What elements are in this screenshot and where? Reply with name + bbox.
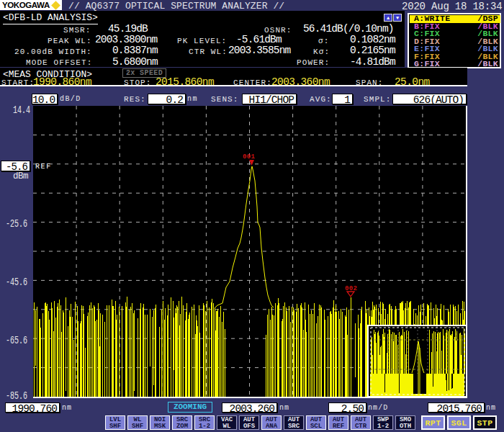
svg-text:001: 001 [243, 153, 256, 161]
